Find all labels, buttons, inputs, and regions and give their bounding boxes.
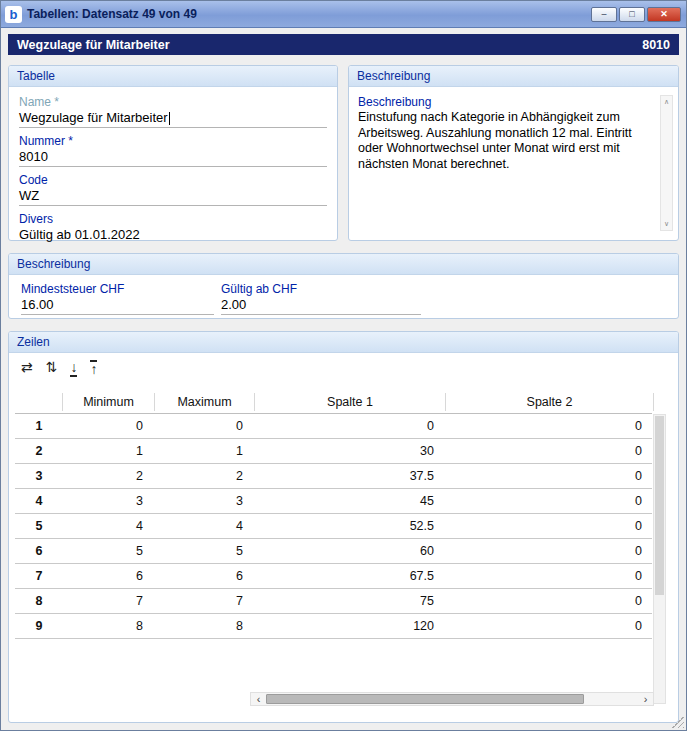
table-cell[interactable]: 37.5 bbox=[255, 469, 446, 483]
table-cell[interactable]: 7 bbox=[63, 594, 155, 608]
table-cell[interactable]: 67.5 bbox=[255, 569, 446, 583]
table-cell[interactable]: 52.5 bbox=[255, 519, 446, 533]
table-cell[interactable]: 0 bbox=[446, 544, 654, 558]
table-cell[interactable]: 3 bbox=[63, 494, 155, 508]
record-code: 8010 bbox=[642, 38, 670, 52]
table-cell[interactable]: 45 bbox=[255, 494, 446, 508]
code-input[interactable]: WZ bbox=[19, 188, 327, 206]
record-title: Wegzulage für Mitarbeiter bbox=[17, 38, 170, 52]
table-cell[interactable]: 8 bbox=[63, 619, 155, 633]
nummer-label: Nummer * bbox=[19, 134, 327, 148]
horizontal-scroll-thumb[interactable] bbox=[266, 694, 584, 704]
table-cell[interactable]: 0 bbox=[446, 569, 654, 583]
table-cell[interactable]: 30 bbox=[255, 444, 446, 458]
table-cell[interactable]: 0 bbox=[446, 619, 654, 633]
table-cell[interactable]: 2 bbox=[63, 469, 155, 483]
zeilen-table: MinimumMaximumSpalte 1Spalte 2 100002113… bbox=[15, 390, 652, 639]
mindeststeuer-input[interactable]: 16.00 bbox=[21, 297, 214, 315]
swap-rows-icon[interactable]: ⇅ bbox=[46, 360, 58, 377]
table-row[interactable]: 54452.50 bbox=[15, 514, 652, 539]
beschreibung-content: Beschreibung Einstufung nach Kategorie i… bbox=[349, 87, 678, 180]
gueltig-ab-input[interactable]: 2.00 bbox=[221, 297, 421, 315]
record-header: Wegzulage für Mitarbeiter 8010 bbox=[8, 34, 679, 55]
beschreibung-textarea[interactable]: Einstufung nach Kategorie in Abhängigkei… bbox=[358, 110, 650, 172]
nummer-input[interactable]: 8010 bbox=[19, 149, 327, 167]
table-cell[interactable]: 0 bbox=[446, 419, 654, 433]
table-row[interactable]: 76667.50 bbox=[15, 564, 652, 589]
minimize-button[interactable]: – bbox=[591, 7, 617, 22]
table-cell[interactable]: 1 bbox=[63, 444, 155, 458]
table-cell[interactable]: 1 bbox=[155, 444, 255, 458]
table-cell[interactable]: 0 bbox=[446, 594, 654, 608]
table-row[interactable]: 9881200 bbox=[15, 614, 652, 639]
field-code: Code WZ bbox=[19, 173, 327, 206]
resize-grip[interactable] bbox=[672, 716, 684, 728]
table-vertical-scrollbar[interactable] bbox=[653, 414, 666, 704]
table-horizontal-scrollbar[interactable]: ‹ › bbox=[250, 692, 654, 706]
group-beschreibung-werte: Beschreibung Mindeststeuer CHF 16.00 Gül… bbox=[8, 253, 679, 319]
row-number: 4 bbox=[15, 494, 63, 508]
table-row[interactable]: 32237.50 bbox=[15, 464, 652, 489]
table-header: MinimumMaximumSpalte 1Spalte 2 bbox=[15, 390, 652, 414]
table-cell[interactable]: 0 bbox=[446, 444, 654, 458]
window-title: Tabellen: Datensatz 49 von 49 bbox=[27, 7, 197, 21]
row-number: 9 bbox=[15, 619, 63, 633]
close-button[interactable]: ✕ bbox=[647, 7, 681, 22]
swap-columns-icon[interactable]: ⇄ bbox=[21, 360, 33, 377]
title-bar[interactable]: b Tabellen: Datensatz 49 von 49 – □ ✕ bbox=[1, 1, 686, 28]
window-controls: – □ ✕ bbox=[591, 7, 681, 22]
table-body: 1000021130032237.5043345054452.506556007… bbox=[15, 414, 652, 639]
move-to-top-icon[interactable]: ↑ bbox=[90, 360, 97, 377]
move-to-bottom-icon[interactable]: ↓ bbox=[70, 360, 77, 377]
beschreibung-scrollbar[interactable]: ∧ ∨ bbox=[660, 95, 673, 231]
row-number: 1 bbox=[15, 419, 63, 433]
field-nummer: Nummer * 8010 bbox=[19, 134, 327, 167]
table-cell[interactable]: 3 bbox=[155, 494, 255, 508]
name-input[interactable]: Wegzulage für Mitarbeiter bbox=[19, 110, 327, 128]
scroll-down-icon[interactable]: ∨ bbox=[664, 220, 669, 228]
table-cell[interactable]: 6 bbox=[63, 569, 155, 583]
table-cell[interactable]: 0 bbox=[63, 419, 155, 433]
table-cell[interactable]: 5 bbox=[63, 544, 155, 558]
table-cell[interactable]: 75 bbox=[255, 594, 446, 608]
field-name: Name * Wegzulage für Mitarbeiter bbox=[19, 95, 327, 128]
column-header[interactable]: Spalte 1 bbox=[255, 393, 446, 411]
restore-button[interactable]: □ bbox=[619, 7, 645, 22]
column-header[interactable]: Spalte 2 bbox=[446, 393, 654, 411]
table-cell[interactable]: 6 bbox=[155, 569, 255, 583]
table-cell[interactable]: 5 bbox=[155, 544, 255, 558]
column-header[interactable] bbox=[15, 393, 63, 411]
scroll-right-icon[interactable]: › bbox=[638, 693, 653, 705]
table-cell[interactable]: 0 bbox=[446, 494, 654, 508]
table-cell[interactable]: 4 bbox=[155, 519, 255, 533]
field-gueltig-ab: Gültig ab CHF 2.00 bbox=[221, 282, 421, 315]
table-cell[interactable]: 2 bbox=[155, 469, 255, 483]
table-row[interactable]: 211300 bbox=[15, 439, 652, 464]
scroll-left-icon[interactable]: ‹ bbox=[251, 693, 266, 705]
row-number: 6 bbox=[15, 544, 63, 558]
column-header[interactable]: Maximum bbox=[155, 393, 255, 411]
table-cell[interactable]: 7 bbox=[155, 594, 255, 608]
vertical-scroll-thumb[interactable] bbox=[655, 416, 664, 595]
name-label: Name * bbox=[19, 95, 327, 109]
table-cell[interactable]: 60 bbox=[255, 544, 446, 558]
table-cell[interactable]: 0 bbox=[255, 419, 446, 433]
table-cell[interactable]: 4 bbox=[63, 519, 155, 533]
table-cell[interactable]: 0 bbox=[446, 519, 654, 533]
group-tabelle: Tabelle Name * Wegzulage für Mitarbeiter… bbox=[8, 65, 338, 241]
divers-input[interactable]: Gültig ab 01.01.2022 bbox=[19, 227, 327, 244]
text-cursor bbox=[169, 112, 170, 125]
column-header[interactable]: Minimum bbox=[63, 393, 155, 411]
scroll-up-icon[interactable]: ∧ bbox=[664, 98, 669, 106]
table-row[interactable]: 655600 bbox=[15, 539, 652, 564]
table-cell[interactable]: 8 bbox=[155, 619, 255, 633]
table-cell[interactable]: 120 bbox=[255, 619, 446, 633]
table-cell[interactable]: 0 bbox=[446, 469, 654, 483]
row-number: 3 bbox=[15, 469, 63, 483]
table-cell[interactable]: 0 bbox=[155, 419, 255, 433]
group-zeilen: Zeilen ⇄ ⇅ ↓ ↑ MinimumMaximumSpalte 1Spa… bbox=[8, 331, 679, 723]
table-row[interactable]: 877750 bbox=[15, 589, 652, 614]
table-row[interactable]: 10000 bbox=[15, 414, 652, 439]
table-row[interactable]: 433450 bbox=[15, 489, 652, 514]
field-mindeststeuer: Mindeststeuer CHF 16.00 bbox=[21, 282, 214, 315]
